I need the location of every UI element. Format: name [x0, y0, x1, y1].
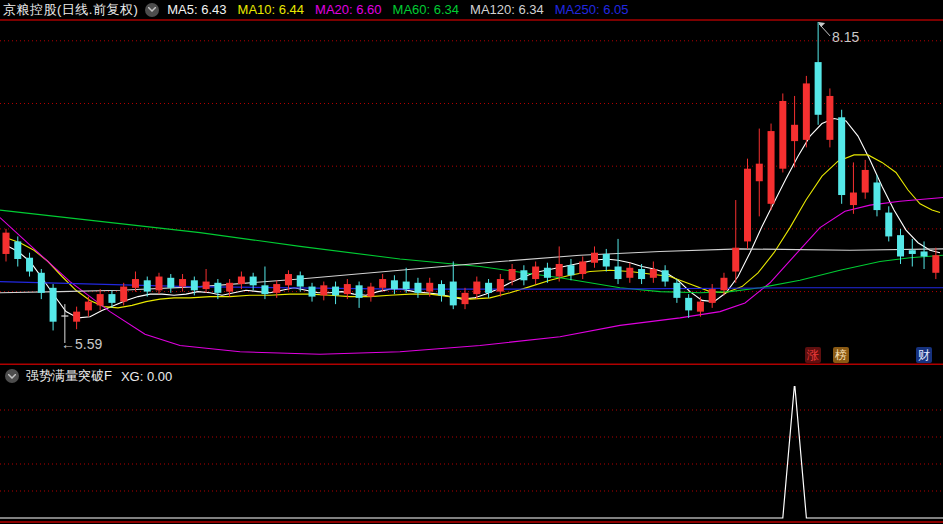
stock-title: 京粮控股(日线.前复权) — [3, 1, 138, 19]
ma-line-MA120 — [0, 249, 943, 293]
chevron-down-icon[interactable] — [5, 369, 19, 383]
left-arrow-glyph: ← — [61, 336, 75, 352]
low-price-label: ←5.59 — [61, 336, 102, 352]
ma-lines-layer — [0, 119, 943, 355]
indicator-name: 强势满量突破F — [26, 367, 112, 385]
indicator-gridlines — [0, 410, 943, 491]
ma-label: MA250: 6.05 — [555, 2, 629, 17]
ma-legend: MA5: 6.43MA10: 6.44MA20: 6.60MA60: 6.34M… — [167, 2, 628, 17]
chevron-down-icon[interactable] — [145, 3, 159, 17]
ad-badge[interactable]: 榜 — [833, 347, 849, 363]
ma-label: MA20: 6.60 — [315, 2, 382, 17]
ma-line-MA20 — [0, 198, 943, 355]
indicator-series — [0, 383, 943, 518]
ma-line-MA250 — [0, 282, 943, 290]
indicator-header: 强势满量突破F XG: 0.00 — [0, 366, 943, 386]
main-gridlines — [0, 41, 943, 292]
ma-label: MA120: 6.34 — [470, 2, 544, 17]
ad-badge[interactable]: 财 — [916, 347, 932, 363]
ma-label: MA10: 6.44 — [238, 2, 305, 17]
indicator-value: XG: 0.00 — [121, 369, 172, 384]
xg-series-line — [0, 383, 943, 518]
ma-label: MA5: 6.43 — [167, 2, 226, 17]
ma-line-MA60 — [0, 210, 943, 293]
ma-label: MA60: 6.34 — [393, 2, 460, 17]
ad-badge[interactable]: 涨 — [805, 347, 821, 363]
chart-canvas[interactable] — [0, 0, 943, 524]
annotation-layer — [818, 22, 830, 36]
high-price-label: 8.15 — [832, 29, 859, 45]
top-bar: 京粮控股(日线.前复权) MA5: 6.43MA10: 6.44MA20: 6.… — [0, 0, 943, 21]
candles-layer — [3, 22, 940, 343]
bottom-border — [0, 521, 943, 523]
panel-separator — [0, 364, 943, 366]
stock-chart-app: 京粮控股(日线.前复权) MA5: 6.43MA10: 6.44MA20: 6.… — [0, 0, 943, 524]
